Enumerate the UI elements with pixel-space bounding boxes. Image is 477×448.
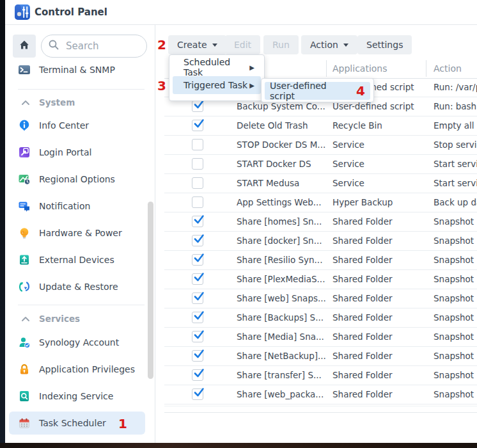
task-enabled-checkbox[interactable] xyxy=(192,216,203,227)
task-name: Share [Backups] S... xyxy=(237,308,330,327)
sidebar-item-update-restore[interactable]: Update & Restore xyxy=(9,275,145,298)
table-row[interactable]: Share [Backups] S... Shared Folder Snaps… xyxy=(164,308,477,328)
table-row[interactable]: Share [NetBackup]... Shared Folder Snaps… xyxy=(164,347,477,366)
submenu-arrow-icon: ▶ xyxy=(249,64,254,71)
caret-down-icon xyxy=(212,44,217,47)
create-dropdown-menu: Scheduled Task ▶ Triggered Task ▶ xyxy=(169,54,265,101)
sidebar-item-label: Hardware & Power xyxy=(39,228,122,238)
task-action: Snapshot xyxy=(434,385,477,404)
column-divider[interactable] xyxy=(326,60,327,77)
edit-button[interactable]: Edit xyxy=(225,35,260,54)
sidebar-item-label: Application Privileges xyxy=(39,364,135,374)
task-enabled-checkbox[interactable] xyxy=(192,139,203,150)
table-row[interactable]: Share [docker] Sn... Shared Folder Snaps… xyxy=(164,232,477,251)
sidebar-item-synology-account[interactable]: Synology Account xyxy=(9,331,145,354)
task-enabled-checkbox[interactable] xyxy=(192,331,203,342)
sidebar-item-external-devices[interactable]: External Devices xyxy=(9,248,145,271)
task-enabled-checkbox[interactable] xyxy=(192,120,203,131)
table-row[interactable]: Share [web] Snaps... Shared Folder Snaps… xyxy=(164,289,477,308)
column-header-applications[interactable]: Applications xyxy=(332,59,387,78)
table-row[interactable]: Delete Old Trash Recycle Bin Empty all R xyxy=(164,116,477,136)
sidebar-item-application-privileges[interactable]: Application Privileges xyxy=(9,358,145,381)
task-name: Share [docker] Sn... xyxy=(237,232,330,250)
sidebar-search[interactable] xyxy=(41,35,147,58)
sidebar-item-label: External Devices xyxy=(39,255,114,265)
synology-account-icon xyxy=(18,336,31,349)
task-enabled-checkbox[interactable] xyxy=(192,388,203,400)
task-enabled-checkbox[interactable] xyxy=(192,369,203,381)
annotation-2: 2 xyxy=(157,38,166,51)
edit-button-label: Edit xyxy=(234,40,251,50)
sidebar-item-label: Login Portal xyxy=(39,147,91,157)
sidebar-item-info-center[interactable]: Info Center xyxy=(9,114,145,137)
task-enabled-checkbox[interactable] xyxy=(192,254,203,266)
home-button[interactable] xyxy=(13,35,36,58)
column-header-action[interactable]: Action xyxy=(434,59,462,78)
table-row[interactable]: STOP Docker DS M... Service Stop servic xyxy=(164,136,477,155)
table-row[interactable]: App Settings Web... Hyper Backup Back up… xyxy=(164,193,477,212)
task-application: Service xyxy=(332,155,430,173)
sidebar-item-hardware-power[interactable]: 1 Hardware & Power xyxy=(9,221,145,244)
login-portal-icon xyxy=(18,146,31,159)
task-enabled-checkbox[interactable] xyxy=(192,235,203,246)
table-row[interactable]: Share [homes] Sn... Shared Folder Snapsh… xyxy=(164,212,477,232)
search-input[interactable] xyxy=(65,40,137,52)
task-action: Snapshot xyxy=(434,328,477,346)
regional-options-icon xyxy=(18,173,31,186)
sidebar-item-login-portal[interactable]: Login Portal xyxy=(9,141,145,164)
task-enabled-checkbox[interactable] xyxy=(192,177,203,189)
table-row[interactable]: Share [web_packa... Shared Folder Snapsh… xyxy=(164,385,477,404)
task-application: Shared Folder xyxy=(332,308,430,327)
task-application: Service xyxy=(332,136,430,154)
task-enabled-checkbox[interactable] xyxy=(192,100,203,112)
task-action: Snapshot xyxy=(434,251,477,269)
home-icon xyxy=(18,38,31,54)
sidebar-item-indexing-service[interactable]: Indexing Service xyxy=(9,385,145,408)
task-enabled-checkbox[interactable] xyxy=(192,312,203,323)
task-application: Shared Folder xyxy=(332,251,430,269)
task-application: Shared Folder xyxy=(332,347,430,365)
menu-item-triggered-task[interactable]: Triggered Task ▶ xyxy=(173,76,261,94)
table-row[interactable]: START Docker DS Service Start servic xyxy=(164,155,477,174)
sidebar-scrollbar-thumb[interactable] xyxy=(148,202,153,379)
task-enabled-checkbox[interactable] xyxy=(192,350,203,362)
task-enabled-checkbox[interactable] xyxy=(192,158,203,170)
table-row[interactable]: Share [PlexMediaS... Shared Folder Snaps… xyxy=(164,270,477,289)
create-button[interactable]: Create xyxy=(168,35,226,54)
table-row[interactable]: Share [Resilio Syn... Shared Folder Snap… xyxy=(164,251,477,270)
sidebar-item-terminal-snmp[interactable]: Terminal & SNMP xyxy=(9,58,145,81)
run-button[interactable]: Run xyxy=(263,35,299,54)
sidebar-section-system[interactable]: System xyxy=(9,95,137,109)
task-name: Delete Old Trash xyxy=(237,116,330,135)
sidebar-item-notification[interactable]: Notification xyxy=(9,195,145,218)
task-name: App Settings Web... xyxy=(237,193,330,212)
application-privileges-icon xyxy=(18,363,31,376)
sidebar-item-label: Task Scheduler xyxy=(39,418,106,428)
task-name: Share [NetBackup]... xyxy=(237,347,330,365)
menu-item-scheduled-task[interactable]: Scheduled Task ▶ xyxy=(173,58,261,76)
task-scheduler-icon xyxy=(18,417,31,429)
task-enabled-checkbox[interactable] xyxy=(192,273,203,285)
sidebar-section-services[interactable]: Services xyxy=(9,312,137,326)
task-action: Snapshot xyxy=(434,289,477,308)
table-row[interactable]: START Medusa Service Start servic xyxy=(164,174,477,193)
action-button[interactable]: Action xyxy=(301,35,357,54)
task-application: Shared Folder xyxy=(332,212,430,231)
table-row[interactable]: Share [Media] Sna... Shared Folder Snaps… xyxy=(164,328,477,347)
section-label: System xyxy=(39,97,75,108)
table-row[interactable]: Share [transfer] S... Shared Folder Snap… xyxy=(164,366,477,385)
settings-button[interactable]: Settings xyxy=(357,35,412,54)
task-name: START Medusa xyxy=(237,174,330,193)
menu-item-user-defined-script[interactable]: User-defined script 4 xyxy=(265,82,370,100)
sidebar-item-regional-options[interactable]: Regional Options xyxy=(9,168,145,191)
sidebar-item-label: Update & Restore xyxy=(39,282,118,292)
control-panel-icon xyxy=(14,4,31,20)
task-application: Shared Folder xyxy=(332,366,430,385)
column-divider[interactable] xyxy=(426,60,426,77)
task-enabled-checkbox[interactable] xyxy=(192,292,203,304)
annotation-1: 1 xyxy=(118,417,127,430)
external-devices-icon xyxy=(18,253,31,266)
update-restore-icon xyxy=(18,280,31,293)
task-name: START Docker DS xyxy=(237,155,330,173)
task-enabled-checkbox[interactable] xyxy=(192,196,203,208)
